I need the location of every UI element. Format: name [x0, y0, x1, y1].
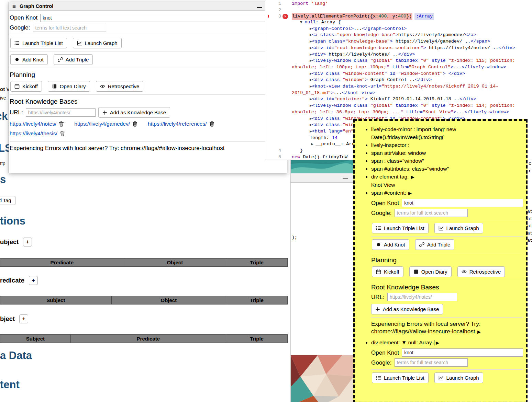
inspector-line[interactable]: ▶<graph-control>...</graph-control>: [292, 26, 532, 32]
inspector-line[interactable]: ▶<div class="window"> Graph Control ..</…: [292, 77, 532, 83]
launch-graph-button[interactable]: Launch Graph: [434, 223, 483, 233]
launch-graph-button[interactable]: Launch Graph: [73, 38, 122, 48]
delete-knowledge-base-button[interactable]: [60, 130, 65, 139]
inspector-line[interactable]: ▶<knot-view data-knot-url="https://livel…: [292, 83, 532, 96]
knowledge-base-link[interactable]: https://lively4/thesis/: [10, 130, 57, 136]
code-segment: </lively-window>: [464, 110, 509, 115]
background-window-titlebar[interactable]: [291, 173, 354, 183]
code-segment: </div>: [459, 96, 476, 102]
inspector-line[interactable]: ▶<span class="knowledge-base"> https://l…: [292, 38, 532, 45]
expand-arrow[interactable]: ▶: [411, 174, 414, 180]
inspector-line[interactable]: ▶<div id="root-knowledge-bases-container…: [292, 45, 532, 51]
wave-graphic: [291, 160, 354, 173]
code-segment: ...: [456, 110, 464, 115]
launch-triple-list-button[interactable]: Launch Triple List: [372, 372, 429, 383]
button-label: Add as Knowledge Base: [383, 306, 439, 312]
inspector-log-item: lively-code-mirror : import 'lang' new D…: [371, 125, 523, 141]
add-triple-button[interactable]: Add Triple: [415, 239, 455, 250]
add-button-row: Add Knot Add Triple: [10, 54, 286, 65]
open-diary-button[interactable]: Open Diary: [409, 266, 452, 277]
knot-icon: [376, 242, 381, 247]
add-row-label: bject: [0, 315, 15, 323]
code-segment: ...: [453, 65, 462, 70]
open-knot-input[interactable]: [402, 348, 523, 357]
add-triple-button[interactable]: Add Triple: [54, 54, 93, 65]
url-input[interactable]: [387, 293, 457, 301]
knowledge-base-link[interactable]: https://lively4/gamedev/: [74, 121, 130, 127]
knowledge-base-link[interactable]: https://lively4/references/: [148, 121, 207, 127]
inspector-line[interactable]: ▶<div id="container"> Kickoff 2019.01.14…: [292, 96, 532, 103]
code-segment: null: [304, 20, 315, 25]
calendar-icon: [14, 84, 20, 89]
add-knot-button[interactable]: Add Knot: [10, 54, 48, 65]
launch-graph-button[interactable]: Launch Graph: [434, 372, 483, 383]
google-row: Google:: [371, 209, 523, 217]
open-knot-input[interactable]: [40, 14, 286, 22]
result-annotation[interactable]: :Array: [414, 13, 434, 20]
delete-knowledge-base-button[interactable]: [59, 120, 64, 129]
delete-knowledge-base-button[interactable]: [132, 120, 137, 129]
add-button[interactable]: +: [29, 276, 38, 285]
delete-knowledge-base-button[interactable]: [209, 120, 214, 129]
minimize-button[interactable]: [257, 7, 262, 8]
google-row: Google:: [10, 24, 286, 32]
window-title: Graph Control: [20, 3, 53, 9]
expand-arrow: ▼: [300, 20, 304, 24]
inspector-line[interactable]: ▶<a class="open-knowledge-base">https://…: [292, 32, 532, 38]
url-input[interactable]: [26, 108, 96, 117]
expand-arrow[interactable]: ▶: [477, 329, 481, 334]
code-segment: </knot-view>: [342, 90, 375, 95]
overlay-content: lively-code-mirror : import 'lang' new D…: [355, 121, 526, 383]
local-server-hint: Experiencing Errors with local server? T…: [371, 320, 523, 336]
expand-arrow: ▶: [310, 123, 312, 127]
google-search-input[interactable]: [395, 358, 468, 367]
launch-triple-list-button[interactable]: Launch Triple List: [10, 38, 67, 48]
button-label: Open Diary: [60, 83, 86, 89]
open-diary-button[interactable]: Open Diary: [48, 81, 90, 92]
code-line-1[interactable]: import 'lang': [292, 1, 328, 7]
code-line-5[interactable]: new Date().fridayInW: [292, 154, 347, 160]
keyword-token: import: [292, 1, 309, 6]
keyword-token: new: [292, 154, 300, 160]
code-segment: }: [300, 148, 303, 153]
divider: [371, 253, 523, 253]
window-titlebar[interactable]: ≡ Graph Control ✕: [9, 2, 287, 11]
google-search-input[interactable]: [33, 24, 106, 32]
inspector-line[interactable]: ▶<lively-window class="global" tabindex=…: [292, 103, 532, 115]
text-fragment: at: [527, 216, 532, 221]
google-search-input[interactable]: [395, 209, 468, 217]
add-button[interactable]: +: [19, 314, 28, 323]
inspector-line[interactable]: ▶<div> https://lively4/notes/ ..</div>: [292, 51, 532, 58]
code-segment: </div>: [498, 45, 515, 50]
kickoff-button[interactable]: Kickoff: [372, 266, 403, 277]
retrospective-button[interactable]: Retrospective: [96, 81, 144, 92]
inspector-line[interactable]: ▶<div class="window-content" id="window-…: [292, 71, 532, 77]
inspector-line[interactable]: ▼ null: Array {: [292, 19, 532, 26]
add-knot-button[interactable]: Add Knot: [372, 239, 409, 250]
add-knowledge-base-button[interactable]: Add as Knowledge Base: [98, 107, 170, 118]
add-knowledge-base-button[interactable]: Add as Knowledge Base: [371, 304, 443, 314]
graph-control-more: Add Knot Add Triple Planning Kickoff Ope…: [10, 51, 286, 152]
launch-triple-list-button[interactable]: Launch Triple List: [372, 223, 429, 233]
gutter-line-number: 5: [274, 154, 281, 160]
minimize-icon[interactable]: [343, 178, 348, 179]
knowledge-base-link[interactable]: https://lively4/notes/: [10, 121, 56, 127]
expand-arrow[interactable]: ▶: [436, 340, 439, 345]
inspector-line[interactable]: ▶<lively-window class="global" tabindex=…: [292, 58, 532, 70]
page-text-fragment: ttp: [0, 161, 5, 166]
tag-button[interactable]: d Tag: [0, 196, 15, 205]
retrospective-button[interactable]: Retrospective: [457, 266, 505, 277]
kickoff-button[interactable]: Kickoff: [10, 81, 42, 92]
url-label: URL:: [371, 293, 385, 301]
book-icon: [52, 84, 57, 89]
code-line-3[interactable]: lively.allElementsFromPoint({x:400, y:40…: [292, 13, 434, 20]
code-segment: "Knot View": [423, 110, 453, 115]
expand-arrow[interactable]: ▶: [408, 191, 412, 196]
trash-icon: [60, 131, 65, 136]
window-menu-icon[interactable]: ≡: [12, 3, 16, 9]
add-button[interactable]: +: [23, 238, 32, 246]
open-knot-row: Open Knot: [371, 199, 523, 207]
plus-icon: [375, 307, 380, 312]
open-knot-input[interactable]: [402, 199, 523, 207]
log-span-content: span #content: ▶ Open Knot Google: Launc…: [371, 189, 523, 336]
